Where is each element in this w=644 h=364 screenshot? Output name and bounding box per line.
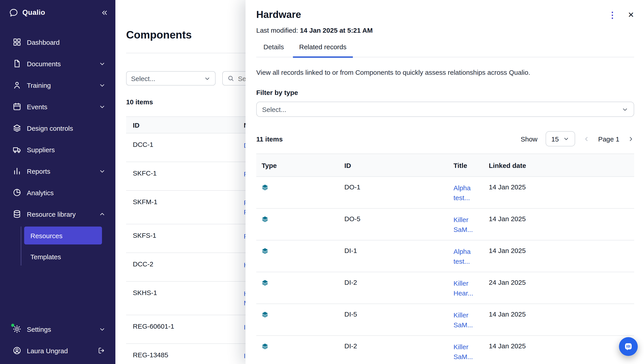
record-id: DI-1 <box>344 247 454 254</box>
component-id: SKFM-1 <box>133 198 244 206</box>
sidebar-item-documents[interactable]: Documents <box>4 53 111 74</box>
record-id: DI-5 <box>344 310 454 318</box>
column-header-linked-date: Linked date <box>489 161 634 169</box>
linked-date: 14 Jan 2025 <box>489 310 634 318</box>
component-id: SKFC-1 <box>133 169 244 177</box>
component-id: SKFS-1 <box>133 232 244 239</box>
sidebar-item-events[interactable]: Events <box>4 96 111 117</box>
table-row: DI-2 Killer SaM... 14 Jan 2025 <box>256 336 634 364</box>
sidebar-item-label: Documents <box>27 60 61 67</box>
record-id: DI-2 <box>344 342 454 350</box>
record-title-link[interactable]: Alpha test... <box>454 183 486 203</box>
sidebar-item-dashboard[interactable]: Dashboard <box>4 31 111 53</box>
layers-icon <box>12 124 22 132</box>
chevron-down-icon <box>99 82 106 88</box>
sidebar-item-suppliers[interactable]: Suppliers <box>4 139 111 160</box>
sidebar-item-settings[interactable]: Settings <box>4 318 111 340</box>
column-header-id: ID <box>133 121 244 129</box>
record-title-link[interactable]: Alpha test... <box>454 247 486 266</box>
calendar-icon <box>12 102 22 111</box>
sidebar-user-row[interactable]: Laura Ungrad <box>4 340 111 361</box>
record-title-link[interactable]: Killer SaM... <box>454 310 486 330</box>
logout-icon[interactable] <box>98 346 106 354</box>
table-row: DO-5 Killer SaM... 14 Jan 2025 <box>256 209 634 240</box>
main-filter-select[interactable]: Select... <box>126 71 216 86</box>
related-items-count: 11 items <box>256 135 283 143</box>
list-controls: 11 items Show 15 Page 1 <box>256 131 634 146</box>
chevron-down-icon <box>622 106 628 113</box>
sidebar-subitem-label: Resources <box>30 232 62 239</box>
record-id: DI-2 <box>344 278 454 286</box>
library-icon <box>12 210 22 219</box>
last-modified-label: Last modified: <box>256 27 298 34</box>
sidebar-item-reports[interactable]: Reports <box>4 160 111 182</box>
component-id: REG-60601-1 <box>133 322 244 330</box>
tab-details[interactable]: Details <box>257 43 290 57</box>
sidebar-item-analytics[interactable]: Analytics <box>4 182 111 203</box>
record-title-link[interactable]: Killer Hear... <box>454 278 486 298</box>
close-icon[interactable]: ✕ <box>628 11 634 19</box>
related-table-header: Type ID Title Linked date <box>256 153 634 177</box>
chevron-down-icon <box>99 168 106 174</box>
column-header-title: Title <box>454 161 489 169</box>
table-row: DI-2 Killer Hear... 24 Jan 2025 <box>256 272 634 304</box>
design-record-type-icon <box>262 183 344 191</box>
sidebar-footer: Settings Laura Ungrad <box>0 318 116 364</box>
kebab-menu-icon[interactable]: ⋮ <box>608 11 617 19</box>
linked-date: 14 Jan 2025 <box>489 215 634 223</box>
sidebar-item-label: Dashboard <box>27 38 60 46</box>
record-title-link[interactable]: Killer SaM... <box>454 342 486 362</box>
tab-related-records[interactable]: Related records <box>293 43 353 58</box>
sidebar-item-label: Design controls <box>27 124 73 132</box>
sidebar-item-resources[interactable]: Resources <box>24 227 102 244</box>
sidebar-collapse-button[interactable] <box>100 9 108 16</box>
truck-icon <box>12 145 22 154</box>
sidebar-item-label: Events <box>27 103 48 110</box>
gear-icon <box>12 325 22 333</box>
record-drawer: Hardware ⋮ ✕ Last modified: 14 Jan 2025 … <box>246 0 644 364</box>
component-id: DCC-2 <box>133 260 244 268</box>
related-records-table: Type ID Title Linked date DO-1 Alpha tes… <box>256 153 634 364</box>
component-id: REG-13485 <box>133 351 244 359</box>
chevron-down-icon <box>563 136 570 142</box>
next-page-button[interactable] <box>628 135 634 142</box>
chat-launcher-button[interactable] <box>619 337 638 356</box>
user-avatar-icon <box>12 346 22 355</box>
table-row: DO-1 Alpha test... 14 Jan 2025 <box>256 177 634 209</box>
filter-by-type-label: Filter by type <box>256 89 634 96</box>
table-row: DI-5 Killer SaM... 14 Jan 2025 <box>256 304 634 336</box>
design-record-type-icon <box>262 342 344 350</box>
document-icon <box>12 59 22 68</box>
sidebar-item-label: Suppliers <box>27 146 55 153</box>
component-id: DCC-1 <box>133 141 244 148</box>
related-records-description: View all records linked to or from Compo… <box>256 68 634 77</box>
sidebar-item-design-controls[interactable]: Design controls <box>4 117 111 139</box>
chevron-down-icon <box>99 326 106 332</box>
sidebar-subitem-label: Templates <box>30 253 61 260</box>
chat-bubble-icon <box>624 342 633 351</box>
chevron-down-icon <box>99 60 106 67</box>
sidebar-item-label: Resource library <box>27 210 76 218</box>
chevron-down-icon <box>99 103 106 110</box>
record-title-link[interactable]: Killer SaM... <box>454 215 486 235</box>
prev-page-button[interactable] <box>584 135 590 142</box>
column-header-type: Type <box>262 161 344 169</box>
drawer-actions: ⋮ ✕ <box>608 11 634 19</box>
sidebar-item-label: Analytics <box>27 189 54 196</box>
sidebar-item-resource-library[interactable]: Resource library <box>4 203 111 225</box>
sidebar-item-label: Settings <box>27 325 51 333</box>
sidebar-item-training[interactable]: Training <box>4 74 111 96</box>
pie-chart-icon <box>12 188 22 197</box>
resource-library-submenu: Resources Templates <box>20 227 102 266</box>
sidebar-header: Qualio <box>0 0 116 25</box>
table-row: DI-1 Alpha test... 14 Jan 2025 <box>256 240 634 272</box>
drawer-title: Hardware <box>256 9 301 21</box>
sidebar: Qualio Dashboard Documents Training <box>0 0 116 364</box>
drawer-tabs: Details Related records <box>256 43 634 57</box>
record-id: DO-5 <box>344 215 454 223</box>
page-size-select[interactable]: 15 <box>546 131 575 146</box>
sidebar-item-templates[interactable]: Templates <box>24 248 102 266</box>
type-filter-select[interactable]: Select... <box>256 102 634 117</box>
linked-date: 14 Jan 2025 <box>489 247 634 254</box>
sidebar-item-label: Reports <box>27 167 50 175</box>
